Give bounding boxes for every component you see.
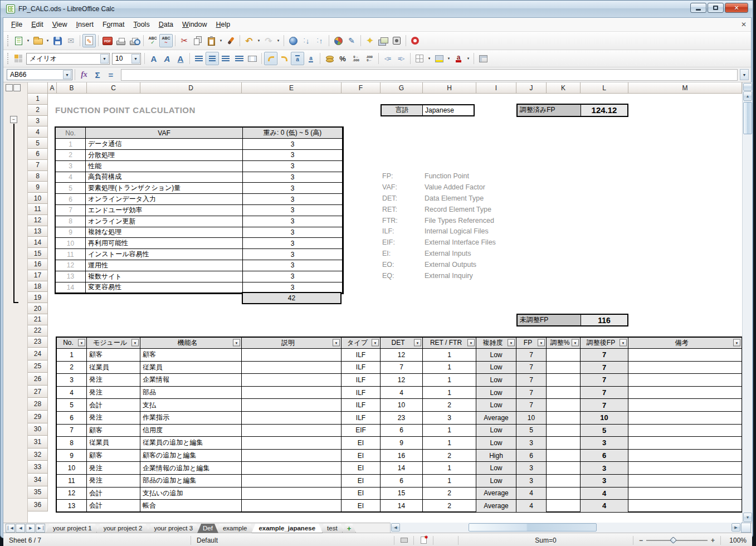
column-header-M[interactable]: M: [628, 82, 742, 94]
legend-desc[interactable]: File Types Referenced: [425, 215, 564, 226]
fp-cell[interactable]: 7: [381, 362, 423, 374]
vaf-row-weight[interactable]: 3: [243, 139, 343, 150]
zoom-out-icon[interactable]: −: [639, 537, 643, 544]
legend-abbr[interactable]: EO:: [382, 259, 421, 270]
sheet-tab-your-project-1[interactable]: your project 1: [46, 524, 99, 533]
vaf-row-name[interactable]: 分散処理: [86, 150, 243, 161]
row-header-31[interactable]: 31: [28, 436, 48, 448]
vaf-row-weight[interactable]: 3: [243, 271, 343, 282]
row-header-35[interactable]: 35: [28, 486, 48, 499]
fp-cell[interactable]: 6: [381, 425, 423, 437]
fp-cell[interactable]: 7: [581, 349, 628, 362]
vaf-row-no[interactable]: 3: [56, 161, 86, 172]
fp-header-9[interactable]: 調整%▼: [547, 338, 581, 349]
cut-icon[interactable]: ✂: [178, 34, 191, 47]
fp-cell[interactable]: EI: [342, 500, 381, 513]
autofilter-icon[interactable]: ▼: [78, 339, 85, 347]
legend-abbr[interactable]: EIF:: [382, 237, 421, 248]
fp-cell[interactable]: [547, 500, 581, 513]
fp-cell[interactable]: 4: [57, 387, 87, 399]
vscroll-thumb[interactable]: [743, 102, 752, 134]
percent-icon[interactable]: %: [336, 52, 349, 65]
align-top-icon[interactable]: a: [291, 52, 304, 65]
fp-cell[interactable]: 2: [423, 488, 476, 500]
sheet-position[interactable]: Sheet 6 / 7: [3, 533, 191, 546]
borders-dropdown-icon[interactable]: ▾: [426, 52, 432, 65]
fp-cell[interactable]: 3: [516, 462, 547, 475]
vaf-row-name[interactable]: オンラインデータ入力: [86, 194, 243, 205]
column-header-D[interactable]: D: [140, 82, 242, 94]
column-header-C[interactable]: C: [87, 82, 140, 94]
fp-cell[interactable]: ILF: [342, 412, 381, 425]
fp-cell[interactable]: [628, 374, 742, 387]
fp-cell[interactable]: 7: [516, 349, 547, 362]
fp-cell[interactable]: 12: [381, 349, 423, 362]
menu-view[interactable]: View: [48, 18, 72, 31]
fp-cell[interactable]: 発注: [87, 462, 140, 475]
menu-window[interactable]: Window: [178, 18, 211, 31]
fp-cell[interactable]: EI: [342, 462, 381, 475]
autofilter-icon[interactable]: ▼: [733, 339, 740, 347]
fp-header-3[interactable]: 説明▼: [242, 338, 342, 349]
fp-header-10[interactable]: 調整後FP▼: [581, 338, 628, 349]
titlebar[interactable]: FP_CALC.ods - LibreOffice Calc ✕: [1, 1, 753, 17]
unadjusted-fp-value[interactable]: 116: [581, 315, 627, 325]
fp-cell[interactable]: 1: [57, 349, 87, 362]
row-header-3[interactable]: 3: [28, 116, 48, 127]
fp-cell[interactable]: Average: [476, 500, 516, 513]
legend-desc[interactable]: External Interface Files: [425, 237, 564, 248]
menu-insert[interactable]: Insert: [72, 18, 98, 31]
fp-cell[interactable]: 1: [423, 362, 476, 374]
row-header-25[interactable]: 25: [28, 360, 48, 373]
column-header-B[interactable]: B: [57, 82, 87, 94]
fp-cell[interactable]: 1: [423, 437, 476, 450]
document-modified-icon[interactable]: [414, 533, 433, 546]
fp-cell[interactable]: [628, 437, 742, 450]
autofilter-icon[interactable]: ▼: [414, 339, 421, 347]
adjusted-fp-value[interactable]: 124.12: [581, 105, 627, 116]
sheet-tab-test[interactable]: test: [320, 524, 345, 533]
vaf-header-1[interactable]: VAF: [86, 128, 243, 139]
fp-cell[interactable]: [547, 425, 581, 437]
align-left-icon[interactable]: [192, 52, 206, 65]
horizontal-scrollbar[interactable]: ◀ ▶: [390, 523, 741, 533]
hyperlink-icon[interactable]: [286, 34, 300, 47]
function-wizard-icon[interactable]: fx: [77, 69, 91, 81]
fp-cell[interactable]: 3: [516, 475, 547, 488]
row-header-20[interactable]: 20: [28, 303, 48, 314]
fp-cell[interactable]: 7: [516, 399, 547, 412]
previous-sheet-icon[interactable]: ◀: [16, 524, 25, 533]
new-document-icon[interactable]: [12, 34, 25, 47]
fp-cell[interactable]: 9: [381, 437, 423, 450]
fp-cell[interactable]: 帳合: [140, 500, 242, 513]
vaf-row-no[interactable]: 9: [56, 227, 86, 238]
draw-functions-icon[interactable]: ✎: [345, 34, 358, 47]
fp-cell[interactable]: 6: [381, 475, 423, 488]
fp-cell[interactable]: Low: [476, 374, 516, 387]
vaf-row-weight[interactable]: 3: [243, 205, 343, 216]
paste-icon[interactable]: [204, 34, 218, 47]
vaf-row-weight[interactable]: 3: [243, 282, 343, 294]
fp-cell[interactable]: 12: [57, 488, 87, 500]
underline-icon[interactable]: A: [174, 52, 187, 65]
insert-chart-icon[interactable]: [331, 34, 345, 47]
fp-cell[interactable]: 支払いの追加: [140, 488, 242, 500]
row-header-33[interactable]: 33: [28, 461, 48, 474]
spelling-icon[interactable]: ABC✓: [146, 34, 159, 47]
unadjusted-fp-label[interactable]: 未調整FP: [518, 315, 581, 325]
background-color-dropdown-icon[interactable]: ▾: [446, 52, 452, 65]
vaf-row-name[interactable]: オンライン更新: [86, 216, 243, 227]
fp-cell[interactable]: 3: [581, 475, 628, 488]
fp-cell[interactable]: 会計: [87, 500, 140, 513]
fp-cell[interactable]: Low: [476, 387, 516, 399]
legend-abbr[interactable]: FTR:: [382, 215, 421, 226]
fp-cell[interactable]: 1: [423, 475, 476, 488]
fp-cell[interactable]: [242, 399, 342, 412]
toolbar-grip[interactable]: [7, 35, 10, 46]
fp-cell[interactable]: 顧客: [87, 349, 140, 362]
fp-cell[interactable]: [242, 362, 342, 374]
hscroll-thumb[interactable]: [469, 523, 597, 532]
fp-cell[interactable]: [242, 475, 342, 488]
language-value[interactable]: Japanese: [423, 105, 474, 115]
fp-cell[interactable]: [547, 462, 581, 475]
